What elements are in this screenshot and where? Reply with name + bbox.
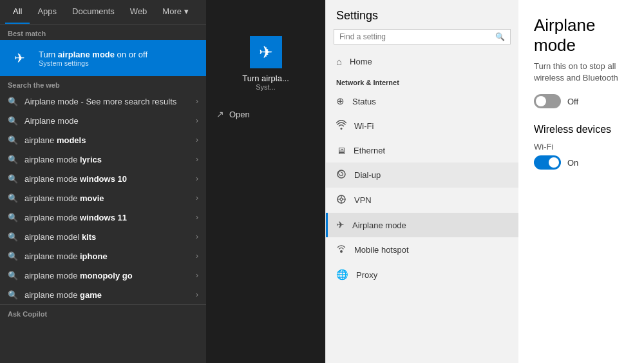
result-text-4: airplane mode windows 10 xyxy=(24,174,189,184)
wifi-toggle-label: On xyxy=(567,158,578,168)
nav-item-airplane[interactable]: ✈ Airplane mode xyxy=(326,213,518,237)
search-icon-0: 🔍 xyxy=(8,96,18,106)
arrow-2: › xyxy=(196,135,198,144)
search-icon-1: 🔍 xyxy=(8,115,18,126)
search-content: Best match ✈ Turn airplane mode on or of… xyxy=(0,25,206,363)
result-item-6[interactable]: 🔍 airplane mode windows 11 › xyxy=(0,208,206,227)
nav-label-proxy: Proxy xyxy=(356,270,377,280)
best-match-text: Turn airplane mode on or off System sett… xyxy=(39,50,198,67)
result-text-0: Airplane mode - See more search results xyxy=(24,97,189,106)
airplane-mode-icon: ✈ xyxy=(8,46,31,70)
nav-item-hotspot[interactable]: Mobile hotspot xyxy=(326,237,518,262)
proxy-icon: 🌐 xyxy=(336,269,348,280)
result-item-5[interactable]: 🔍 airplane mode movie › xyxy=(0,188,206,208)
result-item-10[interactable]: 🔍 airplane mode game › xyxy=(0,285,206,304)
result-item-1[interactable]: 🔍 Airplane mode › xyxy=(0,111,206,130)
search-icon-9: 🔍 xyxy=(8,270,18,280)
result-item-9[interactable]: 🔍 airplane mode monopoly go › xyxy=(0,266,206,285)
status-icon: ⊕ xyxy=(336,95,345,107)
network-section-title: Network & Internet xyxy=(326,74,518,89)
result-text-5: airplane mode movie xyxy=(24,193,189,203)
nav-item-vpn[interactable]: VPN xyxy=(326,188,518,213)
nav-label-status: Status xyxy=(352,97,376,106)
result-text-3: airplane mode lyrics xyxy=(24,155,189,164)
open-label: Open xyxy=(229,110,250,119)
result-text-7: airplane model kits xyxy=(24,232,189,242)
result-item-8[interactable]: 🔍 airplane mode iphone › xyxy=(0,246,206,266)
nav-label-ethernet: Ethernet xyxy=(354,146,385,155)
wifi-device-label: Wi-Fi xyxy=(534,142,629,152)
arrow-6: › xyxy=(196,213,198,222)
arrow-8: › xyxy=(196,251,198,260)
open-action[interactable]: ↗ Open xyxy=(216,104,315,124)
nav-label-vpn: VPN xyxy=(354,195,372,205)
settings-search-box[interactable]: 🔍 xyxy=(334,29,511,44)
airplane-mode-panel: Airplane mode Turn this on to stop all w… xyxy=(518,0,644,363)
result-text-1: Airplane mode xyxy=(24,116,189,126)
result-item-7[interactable]: 🔍 airplane model kits › xyxy=(0,227,206,246)
result-text-2: airplane models xyxy=(24,135,189,145)
tab-more[interactable]: More ▾ xyxy=(155,0,196,24)
airplane-nav-icon: ✈ xyxy=(336,219,345,231)
hotspot-icon xyxy=(336,244,346,256)
arrow-1: › xyxy=(196,116,198,125)
search-icon-6: 🔍 xyxy=(8,212,18,222)
result-text-10: airplane mode game xyxy=(24,290,189,300)
nav-label-airplane: Airplane mode xyxy=(352,221,406,230)
ask-copilot[interactable]: Ask Copilot xyxy=(0,304,206,323)
search-tabs: All Apps Documents Web More ▾ xyxy=(0,0,206,25)
tab-all[interactable]: All xyxy=(5,0,30,24)
nav-item-wifi[interactable]: Wi-Fi xyxy=(326,113,518,139)
search-icon-4: 🔍 xyxy=(8,173,18,184)
best-match-item[interactable]: ✈ Turn airplane mode on or off System se… xyxy=(0,40,206,76)
settings-search-input[interactable] xyxy=(339,32,491,41)
nav-item-ethernet[interactable]: 🖥 Ethernet xyxy=(326,139,518,162)
arrow-0: › xyxy=(196,97,198,106)
best-match-title: Turn airplane mode on or off xyxy=(39,50,198,59)
result-text-8: airplane mode iphone xyxy=(24,251,189,261)
wifi-toggle-row: On xyxy=(534,155,629,170)
tab-documents[interactable]: Documents xyxy=(64,0,122,24)
nav-label-home: Home xyxy=(350,57,372,66)
result-item-4[interactable]: 🔍 airplane mode windows 10 › xyxy=(0,169,206,188)
nav-item-proxy[interactable]: 🌐 Proxy xyxy=(326,262,518,287)
nav-label-dialup: Dial-up xyxy=(354,170,381,180)
wifi-toggle[interactable] xyxy=(534,155,561,170)
search-icon-3: 🔍 xyxy=(8,154,18,164)
web-search-label: Search the web xyxy=(0,76,206,92)
airplane-toggle[interactable] xyxy=(534,94,561,108)
airplane-toggle-row: Off xyxy=(534,94,629,108)
dialup-icon xyxy=(336,169,346,181)
nav-label-hotspot: Mobile hotspot xyxy=(354,245,409,255)
settings-header: Settings xyxy=(326,0,518,29)
arrow-4: › xyxy=(196,174,198,183)
result-item-3[interactable]: 🔍 airplane mode lyrics › xyxy=(0,150,206,169)
svg-point-0 xyxy=(337,170,345,178)
settings-title: Settings xyxy=(336,9,508,23)
search-icon-7: 🔍 xyxy=(8,231,18,242)
nav-label-wifi: Wi-Fi xyxy=(354,121,374,131)
app-preview-header: ✈ Turn airpla... Syst... xyxy=(206,0,325,96)
airplane-mode-desc: Turn this on to stop all wireless and Bl… xyxy=(534,61,629,84)
airplane-mode-title: Airplane mode xyxy=(534,15,629,55)
tab-web[interactable]: Web xyxy=(122,0,155,24)
search-icon-10: 🔍 xyxy=(8,289,18,300)
nav-item-dialup[interactable]: Dial-up xyxy=(326,162,518,188)
arrow-7: › xyxy=(196,232,198,241)
search-icon-2: 🔍 xyxy=(8,135,18,145)
result-text-6: airplane mode windows 11 xyxy=(24,213,189,222)
app-preview-subtitle: Syst... xyxy=(256,83,276,91)
open-icon: ↗ xyxy=(216,109,224,119)
app-preview-title: Turn airpla... xyxy=(242,74,289,83)
wifi-icon xyxy=(336,120,346,132)
vpn-icon xyxy=(336,194,346,206)
nav-item-home[interactable]: ⌂ Home xyxy=(326,50,518,74)
search-icon-5: 🔍 xyxy=(8,193,18,203)
arrow-3: › xyxy=(196,155,198,164)
result-item-2[interactable]: 🔍 airplane models › xyxy=(0,130,206,150)
tab-apps[interactable]: Apps xyxy=(30,0,64,24)
arrow-9: › xyxy=(196,271,198,280)
app-actions: ↗ Open xyxy=(206,96,325,132)
result-item-0[interactable]: 🔍 Airplane mode - See more search result… xyxy=(0,92,206,111)
nav-item-status[interactable]: ⊕ Status xyxy=(326,89,518,113)
